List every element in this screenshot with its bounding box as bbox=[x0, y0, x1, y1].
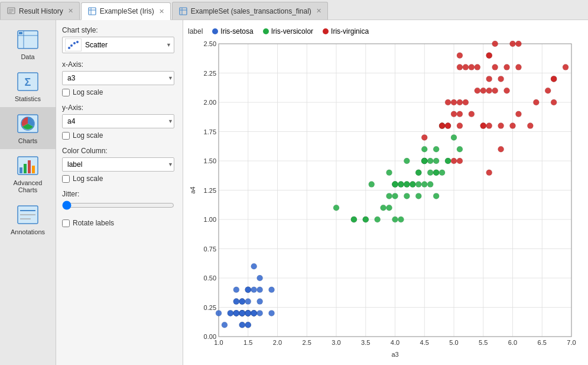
y-log-scale-row: Log scale bbox=[62, 131, 177, 140]
body-area: Data Σ Statistics bbox=[0, 20, 588, 365]
tab-result-history-close[interactable]: ✕ bbox=[68, 7, 73, 15]
chart-canvas-wrapper bbox=[188, 38, 583, 360]
main-container: Result History ✕ ExampleSet (Iris) ✕ Exa… bbox=[0, 0, 588, 365]
x-log-scale-checkbox[interactable] bbox=[62, 89, 70, 96]
adv-charts-icon bbox=[16, 154, 40, 177]
annotations-icon bbox=[16, 203, 40, 227]
tab-example-set-sales-label: ExampleSet (sales_transactions_final) bbox=[191, 7, 311, 15]
sidebar-item-data[interactable]: Data bbox=[0, 23, 56, 65]
tab-example-set-iris-close[interactable]: ✕ bbox=[159, 8, 164, 15]
svg-rect-4 bbox=[89, 8, 96, 15]
sidebar-item-advanced-charts-label: Advanced Charts bbox=[3, 179, 53, 193]
y-log-scale-label: Log scale bbox=[73, 131, 103, 140]
legend-item-versicolor: Iris-versicolor bbox=[263, 27, 313, 35]
color-log-scale-checkbox[interactable] bbox=[62, 175, 70, 183]
tab-bar: Result History ✕ ExampleSet (Iris) ✕ Exa… bbox=[0, 0, 588, 20]
chart-style-select[interactable]: Scatter ▼ bbox=[62, 37, 174, 53]
chart-style-preview bbox=[65, 38, 82, 51]
color-log-scale-label: Log scale bbox=[73, 175, 103, 183]
legend-label-virginica: Iris-virginica bbox=[331, 27, 369, 35]
color-column-group: Color Column: label a1 a2 a3 a4 Log scal… bbox=[62, 147, 177, 183]
sidebar-item-advanced-charts[interactable]: Advanced Charts bbox=[0, 149, 56, 198]
legend-label-versicolor: Iris-versicolor bbox=[271, 27, 313, 35]
setosa-dot bbox=[212, 28, 218, 34]
scatter-chart bbox=[188, 38, 583, 360]
history-icon bbox=[7, 7, 16, 16]
y-axis-select[interactable]: a4 a1 a2 a3 bbox=[62, 114, 174, 128]
sidebar-item-statistics[interactable]: Σ Statistics bbox=[0, 65, 56, 107]
sidebar-item-data-label: Data bbox=[21, 53, 34, 60]
rotate-labels-label: Rotate labels bbox=[73, 219, 114, 227]
y-axis-select-wrapper: a4 a1 a2 a3 bbox=[62, 114, 177, 128]
x-log-scale-row: Log scale bbox=[62, 88, 177, 96]
color-column-select-wrapper: label a1 a2 a3 a4 bbox=[62, 157, 177, 172]
chart-style-label: Chart style: bbox=[62, 26, 177, 34]
jitter-label: Jitter: bbox=[62, 190, 177, 198]
sidebar-item-annotations-label: Annotations bbox=[11, 228, 45, 235]
legend-title: label bbox=[188, 27, 203, 35]
svg-rect-22 bbox=[32, 166, 35, 173]
sidebar-item-charts-label: Charts bbox=[18, 137, 37, 144]
chart-style-group: Chart style: Scatter ▼ bbox=[62, 26, 177, 53]
svg-rect-21 bbox=[28, 160, 31, 173]
tab-example-set-sales-close[interactable]: ✕ bbox=[316, 7, 321, 15]
color-log-scale-row: Log scale bbox=[62, 175, 177, 183]
svg-rect-13 bbox=[19, 32, 22, 34]
charts-icon bbox=[16, 112, 40, 135]
table-icon-sales bbox=[178, 7, 188, 16]
svg-rect-7 bbox=[180, 8, 187, 15]
tab-example-set-iris[interactable]: ExampleSet (Iris) ✕ bbox=[81, 2, 171, 20]
tab-result-history[interactable]: Result History ✕ bbox=[0, 2, 80, 20]
stats-icon: Σ bbox=[16, 70, 40, 93]
sidebar-item-charts[interactable]: Charts bbox=[0, 107, 56, 149]
y-axis-label: y-Axis: bbox=[62, 104, 177, 112]
chart-area: label Iris-setosa Iris-versicolor Iris-v… bbox=[183, 20, 588, 365]
rotate-labels-checkbox[interactable] bbox=[62, 219, 70, 227]
virginica-dot bbox=[323, 28, 329, 34]
x-axis-select[interactable]: a3 a1 a2 a4 bbox=[62, 71, 174, 85]
svg-text:Σ: Σ bbox=[25, 76, 31, 88]
controls-panel: Chart style: Scatter ▼ x-Axis: bbox=[56, 20, 183, 365]
sidebar-item-annotations[interactable]: Annotations bbox=[0, 198, 56, 240]
jitter-slider[interactable] bbox=[62, 201, 174, 210]
y-axis-group: y-Axis: a4 a1 a2 a3 Log scale bbox=[62, 104, 177, 140]
x-axis-group: x-Axis: a3 a1 a2 a4 Log scale bbox=[62, 60, 177, 96]
legend-item-virginica: Iris-virginica bbox=[323, 27, 369, 35]
chart-style-value: Scatter bbox=[85, 41, 164, 49]
x-axis-label: x-Axis: bbox=[62, 60, 177, 69]
color-column-label: Color Column: bbox=[62, 147, 177, 155]
svg-point-28 bbox=[70, 44, 73, 47]
svg-rect-19 bbox=[20, 167, 22, 173]
chart-legend: label Iris-setosa Iris-versicolor Iris-v… bbox=[183, 25, 583, 38]
x-log-scale-label: Log scale bbox=[73, 88, 103, 96]
y-log-scale-checkbox[interactable] bbox=[62, 132, 70, 140]
rotate-labels-row: Rotate labels bbox=[62, 219, 177, 227]
tab-result-history-label: Result History bbox=[19, 7, 63, 15]
sidebar: Data Σ Statistics bbox=[0, 20, 56, 365]
data-icon bbox=[16, 28, 40, 51]
svg-point-30 bbox=[76, 41, 79, 43]
sidebar-item-statistics-label: Statistics bbox=[15, 95, 41, 102]
legend-label-setosa: Iris-setosa bbox=[220, 27, 253, 35]
jitter-group: Jitter: bbox=[62, 190, 177, 212]
versicolor-dot bbox=[263, 28, 269, 34]
chart-style-arrow-icon: ▼ bbox=[166, 42, 171, 48]
svg-point-29 bbox=[73, 42, 76, 44]
color-column-select[interactable]: label a1 a2 a3 a4 bbox=[62, 157, 174, 172]
svg-rect-20 bbox=[24, 164, 27, 173]
svg-point-27 bbox=[68, 47, 70, 49]
tab-example-set-sales[interactable]: ExampleSet (sales_transactions_final) ✕ bbox=[172, 2, 328, 20]
legend-item-setosa: Iris-setosa bbox=[212, 27, 253, 35]
x-axis-select-wrapper: a3 a1 a2 a4 bbox=[62, 71, 177, 85]
table-icon-iris bbox=[87, 7, 97, 16]
tab-example-set-iris-label: ExampleSet (Iris) bbox=[100, 7, 154, 15]
